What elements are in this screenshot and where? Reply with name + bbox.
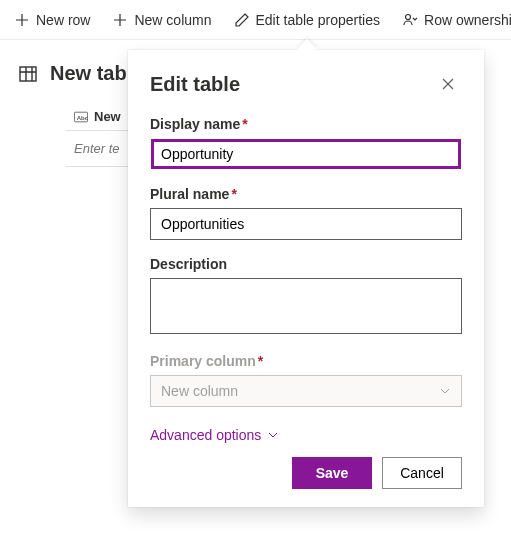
svg-point-0 (406, 14, 411, 19)
table-icon (18, 64, 38, 84)
chevron-down-icon (267, 429, 279, 441)
plus-icon (14, 12, 30, 28)
new-column-button[interactable]: New column (102, 4, 221, 36)
primary-column-value: New column (161, 383, 238, 399)
new-row-button[interactable]: New row (4, 4, 100, 36)
advanced-options-label: Advanced options (150, 427, 261, 443)
description-label: Description (150, 256, 462, 272)
panel-header: Edit table (150, 70, 462, 98)
plural-name-field: Plural name* (150, 186, 462, 240)
close-icon (441, 77, 455, 91)
display-name-label: Display name* (150, 116, 462, 132)
required-marker: * (231, 186, 236, 202)
plural-name-input[interactable] (150, 208, 462, 240)
chevron-down-icon (439, 385, 451, 397)
svg-text:Abc: Abc (77, 113, 88, 120)
panel-footer: Save Cancel (150, 457, 462, 489)
primary-column-select: New column (150, 375, 462, 407)
plural-name-label: Plural name* (150, 186, 462, 202)
page-title: New tab (50, 62, 127, 85)
advanced-options-link[interactable]: Advanced options (150, 427, 279, 443)
cancel-button[interactable]: Cancel (382, 457, 462, 489)
ownership-icon (402, 12, 418, 28)
close-button[interactable] (434, 70, 462, 98)
pencil-icon (234, 12, 250, 28)
primary-column-label: Primary column* (150, 353, 462, 369)
row-ownership-label: Row ownership (424, 12, 511, 28)
plus-icon (112, 12, 128, 28)
toolbar: New row New column Edit table properties… (0, 0, 511, 40)
display-name-input[interactable] (150, 138, 462, 170)
new-column-label: New column (134, 12, 211, 28)
edit-table-properties-button[interactable]: Edit table properties (224, 4, 391, 36)
description-input[interactable] (150, 278, 462, 334)
edit-props-label: Edit table properties (256, 12, 381, 28)
text-column-icon: Abc (74, 111, 88, 123)
new-row-label: New row (36, 12, 90, 28)
row-ownership-button[interactable]: Row ownership (392, 4, 511, 36)
required-marker: * (242, 116, 247, 132)
edit-table-panel: Edit table Display name* Plural name* De… (128, 50, 484, 507)
svg-rect-1 (20, 67, 36, 81)
primary-column-field: Primary column* New column (150, 353, 462, 407)
required-marker: * (258, 353, 263, 369)
save-button[interactable]: Save (292, 457, 372, 489)
panel-title: Edit table (150, 73, 240, 96)
display-name-field: Display name* (150, 116, 462, 170)
column-header-label: New (94, 109, 121, 124)
description-field: Description (150, 256, 462, 337)
